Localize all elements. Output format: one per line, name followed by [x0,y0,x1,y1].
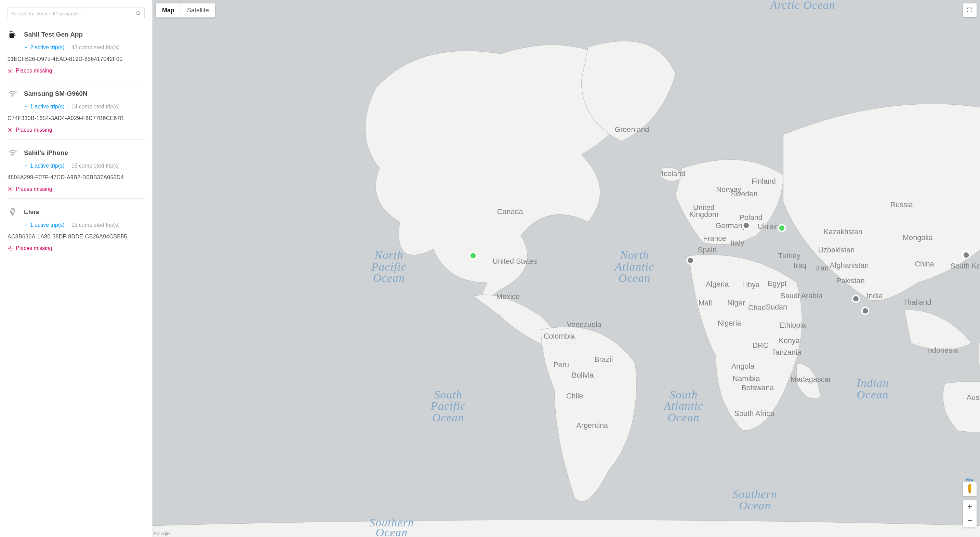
country-label: Bolivia [572,371,594,379]
map-pane[interactable]: Arctic OceanNorthPacificOceanNorthAtlant… [153,0,980,537]
search-input[interactable] [11,11,135,16]
device-id: 4804A299-F07F-47CD-A9B2-D0BB37A055D4 [8,174,145,181]
svg-point-11 [968,484,971,487]
country-label: Ethiopia [779,321,806,329]
map-marker[interactable] [779,225,786,231]
device-card[interactable]: Sahil Test Gen App 2 active trip(s) | 43… [8,21,145,80]
mug-icon [8,29,18,40]
device-title: Sahil Test Gen App [24,31,83,38]
plus-icon [967,502,973,512]
search-icon [135,11,141,16]
streetview-pegman[interactable] [963,482,977,496]
country-label: Sweden [731,190,757,198]
places-missing-row[interactable]: Places missing [8,127,145,133]
country-label: Finland [752,177,776,185]
device-id: 01ECFB26-D975-4EAD-819D-856417042F00 [8,56,145,62]
ocean-label: South [434,388,462,401]
map-marker[interactable] [470,252,477,259]
trips-separator: | [66,222,69,228]
ocean-label: Atlantic [614,260,654,273]
country-label: Chad [748,303,766,312]
ocean-label: South [670,388,698,401]
map-marker[interactable] [963,252,970,258]
chevron-down-icon[interactable] [24,46,28,49]
zoom-out-button[interactable] [963,514,977,527]
country-label: Italy [731,239,745,247]
map-type-satellite-button[interactable]: Satellite [181,3,215,18]
map-type-map-button[interactable]: Map [156,3,181,18]
country-label: Tanzania [772,348,802,356]
device-title: Elvis [24,208,39,216]
country-label: Iraq [794,261,806,269]
svg-point-9 [10,248,11,249]
gear-icon [8,186,13,192]
country-label: Russia [891,201,913,209]
world-map-canvas[interactable]: Arctic OceanNorthPacificOceanNorthAtlant… [153,0,980,537]
chevron-down-icon[interactable] [24,223,28,227]
country-label: China [915,260,934,268]
search-box[interactable] [8,8,145,19]
country-label: Botswana [741,383,774,392]
country-label: Venezuela [567,320,602,329]
fullscreen-button[interactable] [963,3,977,17]
completed-trips-label: 43 completed trip(s) [72,45,120,51]
country-label: Turkey [778,252,800,260]
country-label: Iran [816,264,829,272]
trips-separator: | [66,163,69,169]
country-label: DRC [752,341,768,349]
places-missing-row[interactable]: Places missing [8,186,145,192]
country-label: Canada [497,207,523,216]
country-label: Angola [732,362,755,370]
country-label: Indonesia [926,346,958,354]
ocean-label: North [374,249,404,261]
country-label: Mongolia [903,233,933,242]
device-card[interactable]: Sahil's iPhone 1 active trip(s) | 15 com… [8,140,145,199]
device-card[interactable]: Samsung SM-G960N 1 active trip(s) | 14 c… [8,80,145,140]
device-card[interactable]: Elvis 1 active trip(s) | 12 completed tr… [8,199,145,258]
trips-row: 1 active trip(s) | 15 completed trip(s) [24,163,145,169]
country-label: Mali [698,299,712,307]
ocean-label: Atlantic [663,400,703,412]
places-missing-row[interactable]: Places missing [8,245,145,252]
country-label: Colombia [544,332,575,340]
map-marker[interactable] [862,308,869,314]
country-label: Germany [716,221,746,230]
chevron-down-icon[interactable] [24,164,28,168]
wifi-off-icon [8,148,18,158]
ocean-label: Arctic Ocean [769,0,835,11]
country-label: Argentina [576,421,608,430]
completed-trips-label: 12 completed trip(s) [72,222,120,228]
minus-icon [967,516,973,526]
trips-row: 1 active trip(s) | 12 completed trip(s) [24,222,145,228]
country-label: Egypt [768,279,786,288]
ocean-label: Ocean [373,272,405,284]
ocean-label: Ocean [857,388,889,401]
places-status-label: Places missing [16,68,52,74]
country-label: United States [493,257,537,265]
device-head: Sahil's iPhone [8,148,145,158]
active-trips-link[interactable]: 1 active trip(s) [30,222,64,228]
gear-icon [8,245,13,251]
ocean-label: Ocean [432,411,464,424]
device-head: Samsung SM-G960N [8,89,145,99]
device-sidebar: Sahil Test Gen App 2 active trip(s) | 43… [0,0,153,537]
trips-row: 1 active trip(s) | 14 completed trip(s) [24,104,145,110]
map-marker[interactable] [853,295,859,302]
map-marker[interactable] [743,222,749,229]
country-label: Kenya [779,336,800,345]
zoom-in-button[interactable] [963,500,977,514]
places-missing-row[interactable]: Places missing [8,68,145,74]
chevron-down-icon[interactable] [24,105,28,109]
ocean-label: Ocean [376,526,407,537]
ocean-label: Pacific [430,400,466,412]
map-marker[interactable] [687,257,694,264]
map-attribution: Google [154,531,170,536]
country-label: Libya [742,280,760,289]
active-trips-link[interactable]: 1 active trip(s) [30,104,64,110]
ocean-label: North [620,249,649,261]
country-label: Mexico [496,292,520,301]
active-trips-link[interactable]: 2 active trip(s) [30,45,64,51]
pegman-new-badge: New [963,478,977,481]
active-trips-link[interactable]: 1 active trip(s) [30,163,64,169]
country-label: Chile [566,392,583,400]
